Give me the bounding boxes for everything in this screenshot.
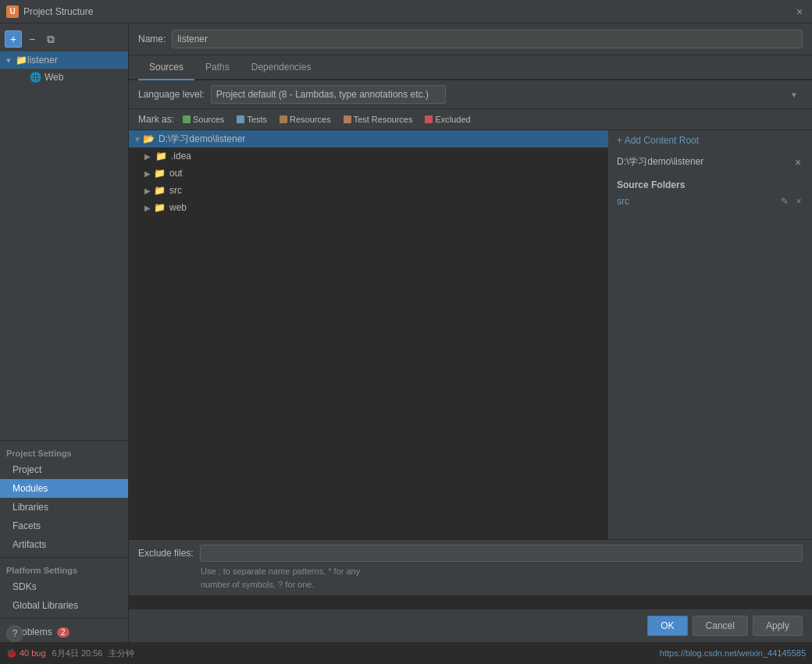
file-tree-pane: ▼ 📂 D:\学习demo\listener ▶ 📁 .idea ▶ 📁 out	[129, 130, 609, 539]
platform-settings-header: Platform Settings	[0, 561, 128, 577]
file-tree-item-idea[interactable]: ▶ 📁 .idea	[129, 147, 608, 165]
ok-button[interactable]: OK	[647, 616, 687, 636]
tree-item-web[interactable]: 🌐 Web	[0, 69, 128, 86]
cancel-button[interactable]: Cancel	[693, 616, 748, 636]
mark-excluded-label: Excluded	[435, 115, 470, 124]
src-folder-icon: 📁	[154, 185, 166, 196]
edit-source-folder-button[interactable]: ✎	[779, 196, 790, 207]
file-tree-item-web[interactable]: ▶ 📁 web	[129, 199, 608, 216]
file-tree-item-root[interactable]: ▼ 📂 D:\学习demo\listener	[129, 130, 608, 147]
source-folder-actions: ✎ ×	[779, 196, 804, 207]
bottom-area: Exclude files: Use ; to separate name pa…	[129, 539, 812, 595]
info-pane-header: D:\学习demo\listener ×	[609, 151, 812, 173]
expand-arrow: ▼	[5, 56, 14, 65]
remove-module-button[interactable]: −	[23, 30, 41, 48]
add-module-button[interactable]: +	[5, 30, 22, 48]
tab-paths[interactable]: Paths	[194, 55, 240, 80]
file-tree-web-label: web	[169, 202, 187, 213]
app-icon: U	[6, 5, 19, 18]
name-row: Name:	[129, 23, 812, 55]
mark-as-row: Mark as: Sources Tests Resources Test Re…	[129, 109, 812, 130]
root-path-text: D:\学习demo\listener	[617, 155, 703, 169]
global-libraries-label: Global Libraries	[12, 600, 78, 611]
sources-dot	[183, 115, 191, 123]
out-folder-icon: 📁	[154, 168, 166, 179]
mark-tag-sources[interactable]: Sources	[179, 113, 228, 126]
tabs-bar: Sources Paths Dependencies	[129, 55, 812, 80]
status-url: https://blog.csdn.net/weixin_44145585	[660, 648, 806, 658]
sidebar-item-global-libraries[interactable]: Global Libraries	[0, 596, 128, 615]
apply-button[interactable]: Apply	[753, 616, 803, 636]
project-label: Project	[12, 464, 41, 475]
web-folder-icon: 📁	[154, 202, 166, 213]
exclude-files-input[interactable]	[200, 545, 803, 562]
file-tree-idea-label: .idea	[171, 151, 191, 162]
sidebar-item-project[interactable]: Project	[0, 460, 128, 479]
error-number: 40	[20, 648, 29, 658]
exclude-hint: Use ; to separate name patterns, * for a…	[138, 565, 803, 591]
status-bar: 🐞 40 bug 6月4日 20:56 主分钟 https://blog.csd…	[0, 642, 812, 664]
tree-item-web-label: Web	[45, 72, 63, 83]
file-tree-root-label: D:\学习demo\listener	[158, 133, 245, 146]
close-button[interactable]: ×	[793, 5, 806, 18]
copy-module-button[interactable]: ⧉	[42, 30, 59, 48]
tree-item-label: listener	[27, 55, 58, 66]
test-resources-dot	[344, 115, 351, 123]
name-input[interactable]	[172, 30, 803, 48]
select-arrow-icon: ▼	[790, 91, 798, 99]
status-datetime: 6月4日 20:56	[52, 648, 103, 659]
libraries-label: Libraries	[12, 502, 48, 513]
facets-label: Facets	[12, 520, 41, 531]
mark-tests-label: Tests	[247, 115, 267, 124]
file-tree-src-label: src	[169, 185, 182, 196]
file-tree-item-out[interactable]: ▶ 📁 out	[129, 165, 608, 182]
language-level-label: Language level:	[138, 89, 205, 100]
add-content-root-button[interactable]: + Add Content Root	[609, 130, 812, 151]
problems-badge: 2	[57, 627, 69, 637]
tree-item-listener[interactable]: ▼ 📁 listener	[0, 51, 128, 69]
add-content-root-label: + Add Content Root	[617, 135, 699, 146]
tests-dot	[237, 115, 244, 123]
source-folder-path: src	[617, 196, 629, 207]
sidebar-item-libraries[interactable]: Libraries	[0, 498, 128, 517]
info-pane-close-button[interactable]: ×	[792, 156, 804, 169]
tab-dependencies[interactable]: Dependencies	[240, 55, 322, 80]
middle-pane: ▼ 📂 D:\学习demo\listener ▶ 📁 .idea ▶ 📁 out	[129, 130, 812, 539]
language-level-select[interactable]: Project default (8 - Lambdas, type annot…	[211, 85, 446, 104]
root-folder-icon: 📂	[143, 133, 155, 144]
delete-source-folder-button[interactable]: ×	[793, 196, 804, 207]
file-tree-out-label: out	[169, 168, 183, 179]
bug-icon: 🐞	[6, 648, 17, 659]
sidebar-item-sdks[interactable]: SDKs	[0, 577, 128, 596]
file-tree-item-src[interactable]: ▶ 📁 src	[129, 182, 608, 199]
mark-as-label: Mark as:	[138, 114, 174, 125]
mark-tag-resources[interactable]: Resources	[276, 113, 335, 126]
mark-sources-label: Sources	[193, 115, 224, 124]
main-layout: + − ⧉ ▼ 📁 listener 🌐 Web Project Setting…	[0, 23, 812, 642]
name-label: Name:	[138, 34, 166, 44]
help-button[interactable]: ?	[6, 625, 23, 642]
sidebar-item-modules[interactable]: Modules	[0, 479, 128, 498]
idea-folder-icon: 📁	[155, 151, 168, 162]
sidebar-item-facets[interactable]: Facets	[0, 517, 128, 535]
sidebar: + − ⧉ ▼ 📁 listener 🌐 Web Project Setting…	[0, 23, 129, 642]
src-arrow-icon: ▶	[144, 186, 154, 195]
idea-arrow-icon: ▶	[144, 152, 154, 161]
mark-resources-label: Resources	[290, 115, 331, 124]
exclude-row: Exclude files:	[138, 545, 803, 562]
source-folder-item-src: src ✎ ×	[609, 194, 812, 209]
status-linesep: 主分钟	[109, 648, 134, 659]
sidebar-item-artifacts[interactable]: Artifacts	[0, 535, 128, 554]
mark-tag-tests[interactable]: Tests	[233, 113, 271, 126]
content-area: Name: Sources Paths Dependencies Languag…	[129, 23, 812, 642]
project-settings-header: Project Settings	[0, 444, 128, 460]
title-bar: U Project Structure ×	[0, 0, 812, 23]
exclude-files-label: Exclude files:	[138, 548, 194, 559]
mark-tag-test-resources[interactable]: Test Resources	[340, 113, 417, 126]
tab-sources[interactable]: Sources	[138, 55, 194, 80]
error-count: 🐞 40 bug	[6, 648, 46, 659]
web-icon: 🌐	[30, 72, 41, 83]
source-folders-header: Source Folders	[609, 173, 812, 194]
mark-tag-excluded[interactable]: Excluded	[421, 113, 474, 126]
mark-test-resources-label: Test Resources	[354, 115, 413, 124]
